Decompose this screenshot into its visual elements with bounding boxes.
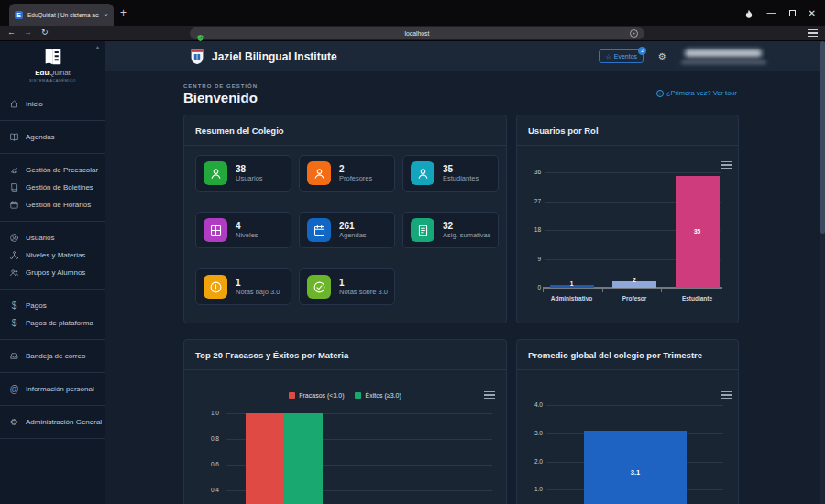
info-icon: i [656,90,664,97]
sidebar-group: ⚙Administración General [0,406,105,439]
book-open-icon [9,132,19,142]
sidebar-item-pagos[interactable]: $Pagos [0,297,105,314]
y-tick-label: 0.6 [201,461,219,467]
users-icon [9,268,19,278]
grid-line [546,405,723,406]
sidebar-item-informacion-personal[interactable]: @Información personal [0,380,105,398]
sidebar-item-usuarios[interactable]: Usuarios [0,229,105,247]
star-icon: ☆ [605,53,610,60]
stat-text: 35Estudiantes [443,164,478,182]
stat-label: Usuarios [236,174,263,182]
hierarchy-icon [9,250,19,260]
x-axis-label: Administrativo [541,295,603,301]
address-bar[interactable]: localhost + [190,27,644,39]
stat-value: 2 [339,164,372,174]
close-button[interactable]: ✕ [808,8,816,18]
screen: E EduQuiriat | Un sistema acadé × + — ✕ … [0,0,825,504]
tab-close-icon[interactable]: × [104,11,108,19]
sidebar-item-inicio[interactable]: Inicio [0,95,105,113]
minimize-button[interactable]: — [767,8,776,17]
sidebar-group: @Información personal [0,373,105,406]
y-tick-label: 36 [522,169,541,175]
pass-fail-card: Top 20 Fracasos y Éxitos por Materia Fra… [183,339,507,504]
page-title: Bienvenido [183,90,258,105]
y-tick-label: 18 [522,226,541,233]
alert-icon [204,275,227,299]
back-button[interactable]: ← [7,27,16,37]
y-tick-label: 9 [522,256,541,262]
legend-swatch [355,392,361,399]
brand-tagline: SISTEMA ACADÉMICO [29,78,76,82]
stat-label: Niveles [236,231,258,239]
sidebar-scroll-up-icon[interactable]: ▲ [95,44,100,49]
stat-tile-agendas: 261Agendas [299,212,395,248]
sidebar-item-label: Gestión de Boletines [26,183,94,192]
sidebar-group: $Pagos$Pagos de plataforma [0,290,105,340]
axis-tick [543,289,544,292]
inbox-icon [9,351,19,361]
term-average-card: Promedio global del colegio por Trimestr… [516,339,739,504]
tour-link[interactable]: i ¿Primera vez? Ver tour [656,89,737,97]
stat-value: 32 [443,221,491,231]
sidebar-item-bandeja-de-correo[interactable]: Bandeja de correo [0,347,105,365]
y-tick-label: 1.0 [524,486,543,492]
new-tab-button[interactable]: + [120,6,126,19]
gear-icon: ⚙ [9,417,19,427]
sidebar-item-label: Administración General [26,418,102,426]
sidebar-group: Bandeja de correo [0,340,105,373]
axis-tick [661,289,662,292]
stat-label: Agendas [339,231,367,239]
y-tick-label: 3.0 [524,430,543,436]
stat-tile-usuarios: 38Usuarios [195,155,292,192]
chart-menu-icon[interactable] [720,391,732,400]
bookmark-icon[interactable]: + [630,29,638,38]
bar-value-label: 35 [684,228,711,235]
chart-menu-icon[interactable] [484,391,495,400]
sidebar-item-gestion-de-horarios[interactable]: Gestión de Horarios [0,196,105,214]
sidebar-item-label: Gestión de Preescolar [26,166,98,174]
browser-tab[interactable]: E EduQuiriat | Un sistema acadé × [9,4,114,26]
sidebar-item-label: Usuarios [26,234,55,242]
bar-value-label: 3.1 [622,468,649,477]
private-browsing-flame-icon[interactable] [743,7,754,19]
sidebar-item-agendas[interactable]: Agendas [0,128,105,146]
card-title: Promedio global del colegio por Trimestr… [528,350,702,360]
legend-swatch [289,392,295,399]
sidebar-item-administracion-general[interactable]: ⚙Administración General [0,413,105,431]
window-controls: — ✕ [743,0,825,26]
card-title: Usuarios por Rol [528,126,599,136]
stat-text: 1Notas bajo 3.0 [236,278,280,296]
sidebar-item-pagos-de-plataforma[interactable]: $Pagos de plataforma [0,314,105,332]
forward-button[interactable]: → [24,27,32,37]
legend-item[interactable]: Fracasos (<3.0) [289,392,344,399]
grid-line [544,172,720,173]
url-text: localhost [204,30,630,37]
sidebar-item-gestion-de-boletines[interactable]: Gestión de Boletines [0,179,105,196]
maximize-button[interactable] [789,10,796,16]
calendar-icon [307,218,331,242]
browser-menu-icon[interactable] [808,29,818,38]
sidebar-item-gestion-de-preescolar[interactable]: Gestión de Preescolar [0,161,105,179]
sidebar-item-grupos-y-alumnos[interactable]: Grupos y Alumnos [0,264,105,281]
sidebar-group: UsuariosNiveles y MateriasGrupos y Alumn… [0,222,105,290]
reload-button[interactable]: ↻ [41,27,49,37]
stat-label: Profesores [339,174,372,182]
scrollbar-thumb[interactable] [820,41,825,234]
toy-horse-icon [9,165,19,175]
user-icon [204,161,227,185]
user-identity[interactable] [681,48,768,66]
events-button[interactable]: ☆ Eventos 2 [599,49,644,63]
sidebar-item-niveles-y-materias[interactable]: Niveles y Materias [0,247,105,264]
sidebar-item-label: Bandeja de correo [26,352,85,360]
y-tick-label: 4.0 [524,401,543,408]
card-title: Top 20 Fracasos y Éxitos por Materia [195,350,348,360]
legend-item[interactable]: Éxitos (≥3.0) [355,392,401,399]
user-name-redacted [685,49,762,57]
stat-tile-notas-sobre-3-0: 1Notas sobre 3.0 [299,268,395,305]
chart-menu-icon[interactable] [720,161,732,170]
bar-fracasos-3-0 [246,413,283,504]
sidebar-item-label: Pagos de plataforma [26,319,94,327]
user-icon [411,161,434,185]
user-icon [307,161,331,185]
settings-gear-icon[interactable]: ⚙ [658,51,666,61]
